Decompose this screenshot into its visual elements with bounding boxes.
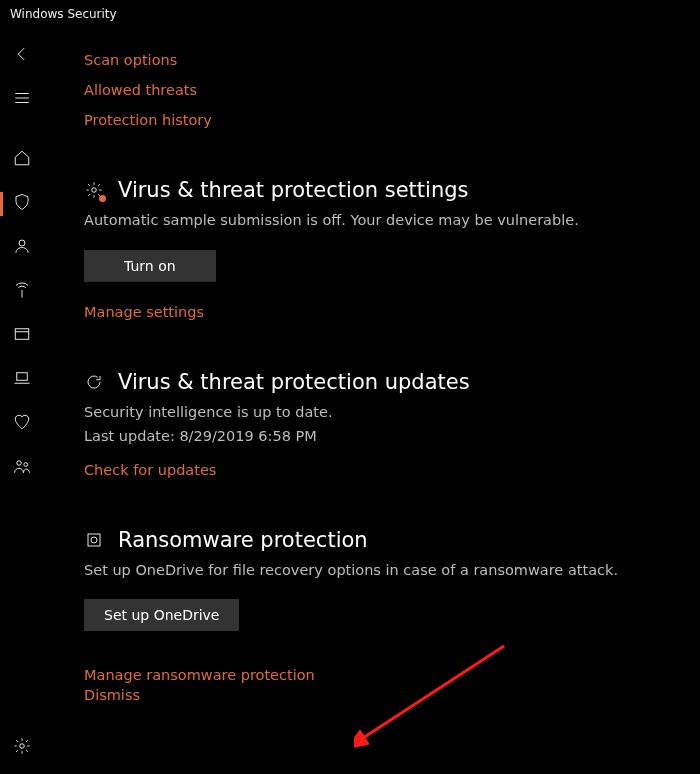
sidebar [0, 28, 44, 774]
settings-desc: Automatic sample submission is off. Your… [84, 210, 680, 232]
section-header: Ransomware protection [84, 528, 680, 552]
app-body: Scan options Allowed threats Protection … [0, 28, 700, 774]
link-scan-options[interactable]: Scan options [84, 52, 680, 68]
window-title: Windows Security [10, 7, 117, 21]
setup-onedrive-button[interactable]: Set up OneDrive [84, 599, 239, 631]
section-vtp-settings: Virus & threat protection settings Autom… [84, 178, 680, 320]
ransomware-desc: Set up OneDrive for file recovery option… [84, 560, 680, 582]
svg-point-8 [91, 537, 97, 543]
svg-rect-2 [17, 373, 28, 381]
heart-icon [13, 413, 31, 435]
nav-app-browser[interactable] [0, 320, 44, 352]
svg-rect-7 [88, 534, 100, 546]
nav-account[interactable] [0, 232, 44, 264]
link-manage-ransomware[interactable]: Manage ransomware protection [84, 667, 680, 683]
section-vtp-updates: Virus & threat protection updates Securi… [84, 370, 680, 478]
turn-on-button[interactable]: Turn on [84, 250, 216, 282]
nav-home[interactable] [0, 144, 44, 176]
nav-device-performance[interactable] [0, 408, 44, 440]
person-icon [13, 237, 31, 259]
link-dismiss[interactable]: Dismiss [84, 687, 680, 703]
refresh-icon [84, 372, 104, 392]
window-icon [13, 325, 31, 347]
back-button[interactable] [0, 40, 44, 72]
antenna-icon [13, 281, 31, 303]
laptop-icon [13, 369, 31, 391]
settings-heading: Virus & threat protection settings [118, 178, 468, 202]
svg-point-3 [17, 461, 22, 466]
family-icon [13, 457, 31, 479]
menu-button[interactable] [0, 84, 44, 116]
main-content: Scan options Allowed threats Protection … [44, 28, 700, 774]
shield-icon [13, 193, 31, 215]
link-protection-history[interactable]: Protection history [84, 112, 680, 128]
svg-point-5 [20, 744, 25, 749]
svg-point-0 [19, 240, 25, 246]
ransomware-heading: Ransomware protection [118, 528, 368, 552]
section-ransomware: Ransomware protection Set up OneDrive fo… [84, 528, 680, 704]
link-check-updates[interactable]: Check for updates [84, 462, 680, 478]
section-header: Virus & threat protection updates [84, 370, 680, 394]
svg-point-6 [92, 188, 97, 193]
nav-firewall[interactable] [0, 276, 44, 308]
updates-heading: Virus & threat protection updates [118, 370, 470, 394]
svg-rect-1 [15, 329, 29, 340]
section-header: Virus & threat protection settings [84, 178, 680, 202]
link-manage-settings[interactable]: Manage settings [84, 304, 680, 320]
nav-family[interactable] [0, 452, 44, 484]
hamburger-icon [13, 89, 31, 111]
settings-gear-icon [84, 180, 104, 200]
ransomware-icon [84, 530, 104, 550]
titlebar: Windows Security [0, 0, 700, 28]
home-icon [13, 149, 31, 171]
updates-status: Security intelligence is up to date. [84, 402, 680, 424]
link-allowed-threats[interactable]: Allowed threats [84, 82, 680, 98]
nav-settings[interactable] [0, 732, 44, 764]
nav-virus-threat[interactable] [0, 188, 44, 220]
updates-last-update: Last update: 8/29/2019 6:58 PM [84, 428, 680, 444]
back-arrow-icon [13, 45, 31, 67]
svg-point-4 [24, 463, 28, 467]
gear-icon [13, 737, 31, 759]
nav-device-security[interactable] [0, 364, 44, 396]
